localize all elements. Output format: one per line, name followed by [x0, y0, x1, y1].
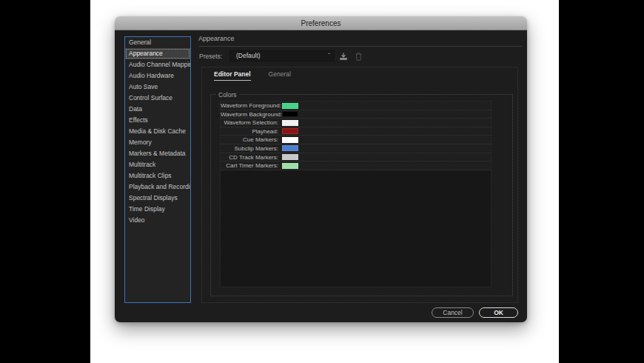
trash-icon [355, 53, 362, 61]
color-swatch-waveform-foreground[interactable] [282, 103, 298, 109]
sidebar-item-video[interactable]: Video [125, 215, 190, 226]
right-letterbox-bar [559, 0, 644, 363]
chevron-down-icon: ˇ [328, 51, 330, 61]
sidebar-item-markers-metadata[interactable]: Markers & Metadata [125, 148, 190, 159]
colors-group-label: Colors [215, 91, 240, 99]
ok-button[interactable]: OK [479, 307, 518, 318]
color-setting-row: Cart Timer Markers: [221, 161, 491, 170]
window-title: Preferences [301, 19, 341, 27]
color-setting-label: Playhead: [221, 127, 278, 136]
sidebar-item-playback-and-recording[interactable]: Playback and Recording [125, 182, 190, 193]
tab-content-area: Editor PanelGeneral Colors Waveform Fore… [201, 67, 518, 303]
color-setting-label: Waveform Selection: [221, 119, 278, 127]
color-swatch-waveform-background[interactable] [282, 111, 298, 117]
sidebar-item-memory[interactable]: Memory [125, 137, 190, 148]
color-setting-label: Cue Markers: [221, 136, 278, 144]
color-setting-row: Playhead: [221, 127, 491, 136]
sidebar-item-time-display[interactable]: Time Display [125, 204, 190, 215]
color-setting-row: Subclip Markers: [221, 144, 491, 153]
preferences-category-list: GeneralAppearanceAudio Channel MappingAu… [124, 36, 191, 303]
page-title: Appearance [198, 35, 235, 42]
save-preset-button[interactable] [338, 51, 349, 61]
color-swatch-cart-timer-markers[interactable] [282, 163, 298, 169]
color-swatch-waveform-selection[interactable] [282, 120, 298, 126]
color-setting-row: Cue Markers: [221, 136, 491, 144]
screenshot-canvas: Preferences GeneralAppearanceAudio Chann… [0, 0, 644, 363]
color-setting-row: CD Track Markers: [221, 153, 491, 162]
sidebar-item-data[interactable]: Data [125, 104, 190, 115]
color-setting-row: Waveform Selection: [221, 119, 491, 127]
color-setting-label: Waveform Background: [221, 110, 278, 119]
color-setting-label: CD Track Markers: [221, 153, 278, 161]
color-setting-row: Waveform Foreground: [221, 101, 491, 110]
presets-dropdown-value: (Default) [236, 52, 261, 59]
sidebar-item-multitrack-clips[interactable]: Multitrack Clips [125, 170, 190, 182]
sidebar-item-media-disk-cache[interactable]: Media & Disk Cache [125, 126, 190, 137]
color-swatch-cd-track-markers[interactable] [282, 154, 298, 160]
presets-dropdown[interactable]: (Default) ˇ [229, 50, 335, 61]
tab-editor-panel[interactable]: Editor Panel [214, 70, 251, 81]
sidebar-item-effects[interactable]: Effects [125, 115, 190, 126]
color-setting-label: Subclip Markers: [221, 144, 278, 153]
tab-bar: Editor PanelGeneral [214, 70, 291, 81]
color-swatch-subclip-markers[interactable] [282, 145, 298, 151]
delete-preset-button[interactable] [352, 51, 364, 61]
color-setting-label: Waveform Foreground: [221, 101, 278, 110]
header-divider [198, 46, 522, 47]
color-setting-label: Cart Timer Markers: [221, 161, 278, 170]
window-titlebar[interactable]: Preferences [115, 16, 527, 30]
window-body: GeneralAppearanceAudio Channel MappingAu… [115, 30, 527, 322]
cancel-button[interactable]: Cancel [432, 307, 474, 318]
left-letterbox-bar [0, 0, 90, 363]
preferences-window: Preferences GeneralAppearanceAudio Chann… [115, 16, 527, 322]
sidebar-item-appearance[interactable]: Appearance [125, 48, 190, 59]
presets-label: Presets: [199, 53, 222, 60]
tab-general[interactable]: General [269, 70, 291, 81]
sidebar-item-auto-save[interactable]: Auto Save [125, 81, 190, 93]
color-rows-panel: Waveform Foreground: Waveform Background… [220, 101, 492, 287]
color-setting-row: Waveform Background: [221, 110, 491, 119]
sidebar-item-spectral-displays[interactable]: Spectral Displays [125, 193, 190, 204]
save-preset-icon [339, 53, 348, 61]
color-swatch-playhead[interactable] [282, 128, 298, 134]
color-swatch-cue-markers[interactable] [282, 137, 298, 143]
sidebar-item-general[interactable]: General [125, 37, 190, 48]
sidebar-item-audio-hardware[interactable]: Audio Hardware [125, 70, 190, 81]
sidebar-item-control-surface[interactable]: Control Surface [125, 93, 190, 104]
colors-group-box: Colors Waveform Foreground: Waveform Bac… [210, 94, 513, 296]
sidebar-item-multitrack[interactable]: Multitrack [125, 159, 190, 170]
sidebar-item-audio-channel-mapping[interactable]: Audio Channel Mapping [125, 59, 190, 70]
